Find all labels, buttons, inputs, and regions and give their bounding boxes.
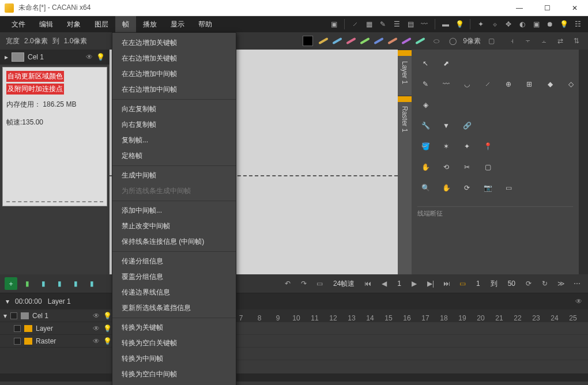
- maximize-button[interactable]: ☐: [538, 4, 556, 12]
- eye-icon[interactable]: 👁: [93, 337, 100, 345]
- range-start[interactable]: 1: [473, 280, 484, 288]
- layer-row-cel[interactable]: ▾ Cel 1 👁💡: [0, 309, 115, 322]
- menu-file[interactable]: 文件: [5, 16, 32, 32]
- align-icon[interactable]: ▬: [440, 18, 451, 30]
- range-end[interactable]: 50: [504, 280, 519, 288]
- camera-icon[interactable]: ▣: [328, 18, 340, 30]
- scissors-icon[interactable]: ✂: [459, 159, 475, 175]
- bulb2-icon[interactable]: 💡: [558, 18, 570, 30]
- menu-item[interactable]: 在右边增加关键帧: [112, 51, 236, 66]
- menu-item[interactable]: 转换为空白中间帧: [112, 367, 236, 382]
- lamp-icon[interactable]: 📍: [480, 138, 496, 154]
- flip-h-icon[interactable]: ⇄: [555, 35, 566, 47]
- oval-icon[interactable]: ⬭: [431, 35, 442, 47]
- layer-checkbox[interactable]: [10, 312, 17, 319]
- prev-frame-button[interactable]: ◀: [378, 277, 390, 290]
- menu-item[interactable]: 保持线条连接信息 (中间帧): [112, 234, 236, 250]
- path-icon[interactable]: ⟋: [480, 76, 496, 92]
- palette-icon[interactable]: ◐: [517, 18, 528, 30]
- wand-icon[interactable]: ✦: [475, 18, 487, 30]
- zoom-icon[interactable]: 🔍: [417, 180, 434, 196]
- stroke-color-6[interactable]: [401, 35, 412, 47]
- stroke-color-2[interactable]: [345, 35, 357, 47]
- menu-item[interactable]: 更新所选线条遮挡信息: [112, 300, 236, 316]
- menu-layer[interactable]: 图层: [88, 16, 115, 32]
- menu-help[interactable]: 帮助: [191, 16, 219, 32]
- joint-icon[interactable]: ▢: [485, 35, 497, 47]
- stroke-color-4[interactable]: [373, 35, 385, 47]
- menu-item[interactable]: 添加中间帧...: [112, 203, 236, 218]
- menu-item[interactable]: 在右边增加中间帧: [112, 82, 236, 97]
- menu-item[interactable]: 生成中间帧: [112, 168, 236, 183]
- stroke-color-0[interactable]: [318, 35, 329, 47]
- pan-icon[interactable]: ✋: [438, 180, 454, 196]
- bucket-icon[interactable]: ▣: [530, 18, 542, 30]
- forward-button[interactable]: ≫: [555, 277, 567, 290]
- menu-item[interactable]: 复制帧...: [112, 133, 236, 148]
- circle-plus-icon[interactable]: ⊕: [500, 76, 517, 92]
- right-scrollbar[interactable]: [579, 50, 588, 274]
- align-right-icon[interactable]: ⫠: [538, 35, 550, 47]
- layer-row-layer[interactable]: Layer 👁💡: [0, 322, 115, 335]
- minimize-button[interactable]: —: [511, 4, 528, 12]
- layer-row-raster[interactable]: Raster 👁💡: [0, 335, 115, 348]
- menu-item[interactable]: 转换为定格帧: [112, 382, 236, 385]
- layer-tab-1[interactable]: Layer 1: [398, 50, 412, 96]
- frame-btn-2[interactable]: ▮: [37, 277, 50, 290]
- menu-frame[interactable]: 帧: [115, 16, 136, 32]
- camera-icon[interactable]: 📷: [480, 180, 496, 196]
- frame-btn-4[interactable]: ▮: [69, 277, 82, 290]
- chevron-down-icon[interactable]: ▾: [3, 312, 7, 320]
- curve-icon[interactable]: 〰: [438, 76, 454, 92]
- add-layer-button[interactable]: ＋: [5, 277, 17, 290]
- menu-item[interactable]: 定格帧: [112, 148, 236, 164]
- frame-btn-1[interactable]: ▮: [21, 277, 33, 290]
- bulb-icon[interactable]: 💡: [454, 18, 465, 30]
- width-value-2[interactable]: 1.0像素: [64, 36, 88, 46]
- menu-item[interactable]: 传递边界线信息: [112, 285, 236, 300]
- stroke-color-7[interactable]: [414, 35, 426, 47]
- stroke-color-1[interactable]: [331, 35, 343, 47]
- px-label[interactable]: 9像素: [463, 36, 481, 46]
- wave-icon[interactable]: 〰: [419, 18, 430, 30]
- stack-icon[interactable]: ☷: [572, 18, 583, 30]
- layers-icon[interactable]: ▤: [405, 18, 416, 30]
- layer-tab-2[interactable]: Raster 1: [398, 96, 412, 142]
- frame-btn-5[interactable]: ▮: [85, 277, 98, 290]
- curve-icon[interactable]: ⟋: [349, 18, 361, 30]
- layer-checkbox[interactable]: [14, 325, 21, 332]
- fps-display[interactable]: 24帧速: [330, 279, 358, 289]
- stroke-color-3[interactable]: [359, 35, 371, 47]
- eye-icon[interactable]: 👁: [86, 53, 93, 61]
- bulb-icon[interactable]: 💡: [103, 337, 112, 345]
- menu-object[interactable]: 对象: [60, 16, 88, 32]
- menu-edit[interactable]: 编辑: [32, 16, 60, 32]
- menu-display[interactable]: 显示: [164, 16, 191, 32]
- screen-icon[interactable]: ▭: [500, 180, 517, 196]
- layers-stack-icon[interactable]: ☰: [391, 18, 402, 30]
- pen-icon[interactable]: ✎: [417, 76, 434, 92]
- menu-item[interactable]: 在左边增加关键帧: [112, 35, 236, 51]
- menu-item[interactable]: 转换为空白关键帧: [112, 335, 236, 351]
- menu-button[interactable]: ⋯: [571, 277, 583, 290]
- current-frame[interactable]: 1: [394, 280, 405, 288]
- menu-item[interactable]: 转换为中间帧: [112, 351, 236, 367]
- wrench-icon[interactable]: 🔧: [417, 118, 434, 134]
- menu-item[interactable]: 转换为关键帧: [112, 320, 236, 335]
- refresh-button[interactable]: ↻: [538, 277, 551, 290]
- arc-icon[interactable]: ◡: [459, 76, 475, 92]
- frame-icon[interactable]: ▭: [314, 277, 326, 290]
- close-button[interactable]: ✕: [566, 4, 583, 12]
- link-icon[interactable]: 🔗: [459, 118, 475, 134]
- menu-item[interactable]: 向左复制帧: [112, 101, 236, 117]
- diamond-icon[interactable]: ◈: [417, 97, 434, 113]
- timeline-eye-icon[interactable]: 👁: [575, 297, 582, 305]
- eraser2-icon[interactable]: ◇: [563, 76, 579, 92]
- eraser-icon[interactable]: ◆: [542, 76, 558, 92]
- layer-checkbox[interactable]: [14, 338, 21, 345]
- align-center-icon[interactable]: ⫟: [522, 35, 534, 47]
- menu-item[interactable]: 传递分组信息: [112, 254, 236, 269]
- range-icon[interactable]: ▭: [457, 277, 469, 290]
- menu-item[interactable]: 在左边增加中间帧: [112, 66, 236, 82]
- record-icon[interactable]: ⏺: [544, 18, 556, 30]
